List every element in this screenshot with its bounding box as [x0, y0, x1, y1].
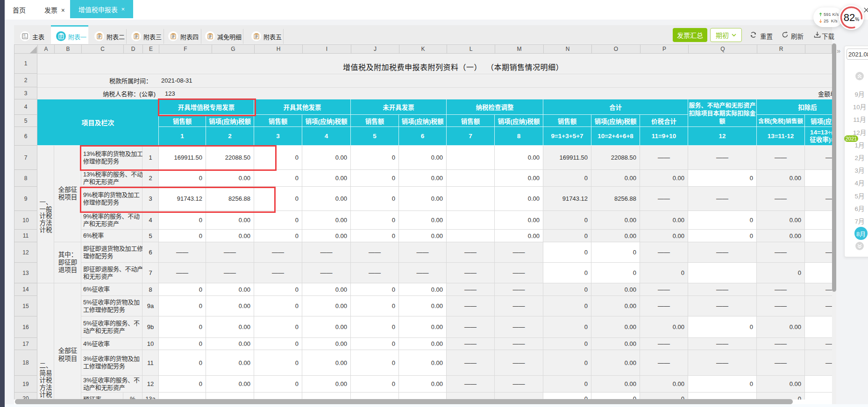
- svg-text:税: 税: [23, 34, 26, 37]
